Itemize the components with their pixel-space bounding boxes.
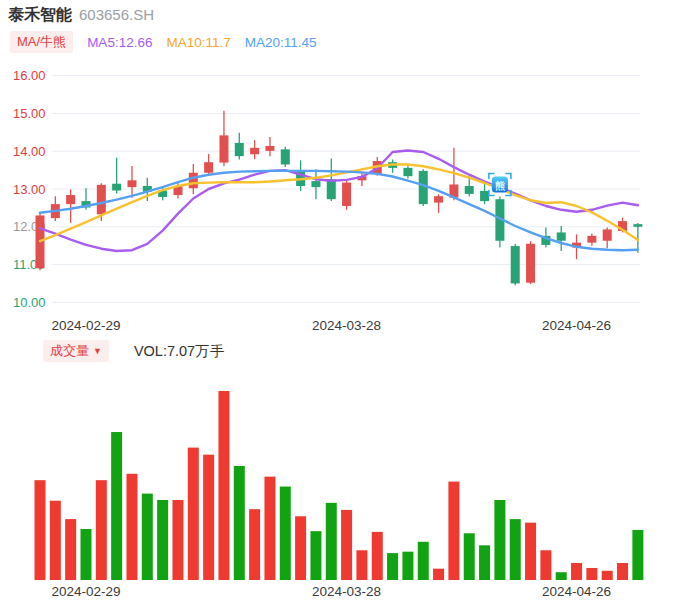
volume-bar: [341, 510, 352, 580]
volume-bar: [80, 529, 91, 580]
date-tick-label: 2024-03-28: [312, 318, 381, 333]
volume-bar: [234, 466, 245, 580]
candle-body: [66, 195, 75, 204]
dropdown-arrow-icon: ▼: [93, 347, 102, 356]
price-axis-labels: 16.0015.0014.0013.0012.0011.0010.00: [13, 68, 46, 310]
price-axis-label: 15.00: [13, 106, 46, 121]
volume-bar: [479, 545, 490, 580]
volume-bar: [172, 500, 183, 580]
date-tick-label: 2024-02-29: [51, 584, 120, 599]
volume-bar: [310, 531, 321, 580]
price-axis-label: 13.00: [13, 182, 46, 197]
volume-bar: [157, 500, 168, 580]
volume-date-axis: 2024-02-292024-03-282024-04-26: [51, 584, 611, 599]
candle-body: [633, 224, 642, 227]
header: 泰禾智能 603656.SH: [8, 5, 154, 26]
candle-body: [557, 232, 566, 240]
volume-bar: [35, 480, 46, 580]
volume-bar: [418, 542, 429, 580]
ma20-value: MA20:11.45: [245, 35, 317, 50]
candle-body: [603, 229, 612, 240]
volume-bar: [142, 494, 153, 580]
volume-bar: [494, 500, 505, 580]
price-axis-label: 10.00: [13, 295, 46, 310]
bear-icon-glyph: 熊: [495, 180, 505, 192]
volume-bar: [540, 550, 551, 580]
volume-bar: [402, 552, 413, 580]
candle-body: [465, 186, 474, 194]
candle-body: [342, 183, 351, 206]
candle-body: [434, 196, 443, 202]
volume-bar: [264, 477, 275, 580]
volume-bar: [295, 516, 306, 580]
date-tick-label: 2024-03-28: [312, 584, 381, 599]
date-tick-label: 2024-04-26: [542, 584, 611, 599]
volume-bar: [602, 571, 613, 580]
price-axis-label: 16.00: [13, 68, 46, 83]
date-tick-label: 2024-02-29: [51, 318, 120, 333]
candle-body: [511, 246, 520, 283]
volume-bar: [111, 432, 122, 580]
volume-bar: [96, 480, 107, 580]
volume-indicator-selector[interactable]: 成交量 ▼: [43, 340, 109, 362]
candle-body: [250, 148, 259, 154]
volume-bar: [464, 533, 475, 580]
candle-body: [265, 146, 274, 151]
volume-bar: [510, 519, 521, 580]
candle-body: [526, 244, 535, 283]
stock-code: 603656.SH: [79, 6, 154, 23]
volume-bar: [556, 572, 567, 580]
candle-body: [127, 180, 136, 187]
candle-body: [189, 173, 198, 188]
ma5-value: MA5:12.66: [87, 35, 152, 50]
ma10-value: MA10:11.7: [166, 35, 230, 50]
volume-bar: [326, 503, 337, 580]
candle-body: [112, 184, 121, 191]
candle-body: [403, 168, 412, 176]
ma-legend: MA/牛熊 MA5:12.66 MA10:11.7 MA20:11.45: [10, 31, 317, 53]
volume-bar: [280, 487, 291, 580]
volume-bar: [249, 509, 260, 580]
volume-bar: [571, 563, 582, 580]
candlestick-volume-chart[interactable]: 16.0015.0014.0013.0012.0011.0010.00 熊 20…: [0, 0, 686, 606]
ma-indicator-label: MA/牛熊: [17, 33, 66, 51]
volume-value: VOL:7.07万手: [134, 342, 224, 361]
volume-header: 成交量 ▼ VOL:7.07万手: [43, 340, 224, 362]
volume-bar: [50, 501, 61, 580]
volume-bar: [387, 553, 398, 580]
volume-bars[interactable]: [35, 391, 644, 580]
volume-bar: [433, 569, 444, 580]
candle-body: [480, 191, 489, 201]
volume-bar: [188, 448, 199, 580]
price-date-axis: 2024-02-292024-03-282024-04-26: [51, 318, 611, 333]
ma-line-ma10: [40, 165, 638, 242]
date-tick-label: 2024-04-26: [542, 318, 611, 333]
volume-bar: [525, 523, 536, 580]
candle-body: [311, 181, 320, 187]
volume-bar: [126, 474, 137, 580]
ma-indicator-selector[interactable]: MA/牛熊: [10, 31, 73, 53]
volume-indicator-label: 成交量: [50, 342, 89, 360]
volume-bar: [617, 563, 628, 580]
candle-body: [235, 143, 244, 156]
candle-body: [281, 149, 290, 164]
price-axis-label: 14.00: [13, 144, 46, 159]
candle-body: [219, 135, 228, 162]
candle-body: [97, 185, 106, 214]
candle-body: [327, 179, 336, 199]
volume-bar: [218, 391, 229, 580]
candle-body: [204, 162, 213, 173]
volume-bar: [65, 519, 76, 580]
volume-bar: [203, 455, 214, 580]
volume-bar: [356, 550, 367, 580]
candle-body: [587, 236, 596, 243]
volume-bar: [632, 530, 643, 580]
volume-bar: [372, 532, 383, 580]
volume-bar: [586, 568, 597, 580]
volume-bar: [448, 482, 459, 580]
stock-chart-app: 16.0015.0014.0013.0012.0011.0010.00 熊 20…: [0, 0, 686, 606]
stock-name: 泰禾智能: [8, 5, 72, 26]
